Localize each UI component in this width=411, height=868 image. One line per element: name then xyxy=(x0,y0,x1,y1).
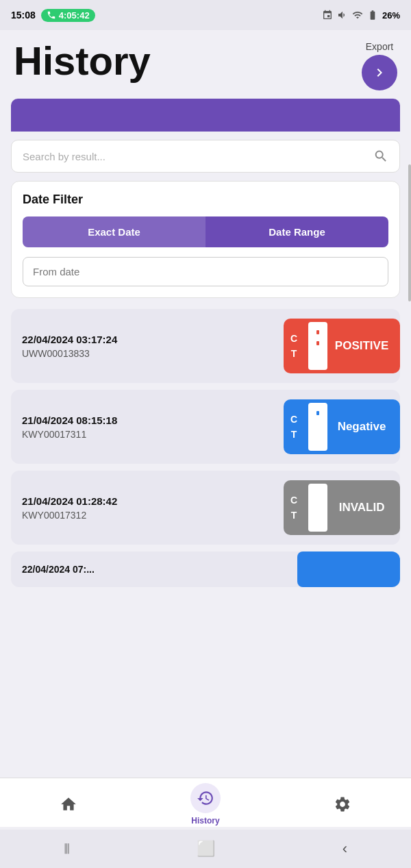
strip-positive xyxy=(308,322,327,370)
status-time: 15:08 xyxy=(11,10,36,21)
result-info-2: 21/04/2024 08:15:18 KWY00017311 xyxy=(22,414,117,440)
strip-invalid xyxy=(308,484,327,532)
date-toggle: Exact Date Date Range xyxy=(23,216,388,247)
nav-home[interactable] xyxy=(53,789,84,819)
result-datetime-2: 21/04/2024 08:15:18 xyxy=(22,414,117,426)
bottom-nav: History xyxy=(0,778,411,827)
export-button[interactable] xyxy=(362,55,397,90)
result-badge-negative: C T Negative xyxy=(284,399,400,454)
result-code-2: KWY00017311 xyxy=(22,429,117,440)
badge-ct-2: C T xyxy=(284,399,304,454)
home-icon xyxy=(60,795,77,813)
badge-label-invalid: INVALID xyxy=(332,501,400,514)
purple-banner xyxy=(11,99,400,132)
date-range-button[interactable]: Date Range xyxy=(206,216,388,247)
history-icon-wrap xyxy=(190,783,221,813)
result-card-3[interactable]: 21/04/2024 01:28:42 KWY00017312 C T INVA… xyxy=(11,471,400,545)
badge-ct-3: C T xyxy=(284,480,304,535)
call-duration: 4:05:42 xyxy=(59,10,90,21)
call-badge: 4:05:42 xyxy=(41,9,95,22)
partial-datetime: 22/04/2024 07:... xyxy=(11,564,297,575)
battery-level: 26% xyxy=(382,10,400,21)
date-filter-title: Date Filter xyxy=(23,193,388,207)
settings-icon xyxy=(334,795,351,813)
android-nav-bar: ⦀ ⬜ ‹ xyxy=(0,830,411,868)
badge-label-negative: Negative xyxy=(332,420,400,434)
status-bar: 15:08 4:05:42 26% xyxy=(0,0,411,30)
settings-icon-wrap xyxy=(327,789,358,819)
from-date-input[interactable] xyxy=(23,257,388,286)
header: History Export xyxy=(0,30,411,99)
result-code-3: KWY00017312 xyxy=(22,510,117,521)
exact-date-button[interactable]: Exact Date xyxy=(23,216,206,247)
partial-card: 22/04/2024 07:... xyxy=(11,551,400,587)
result-code-1: UWW00013833 xyxy=(22,348,117,359)
android-recent-button[interactable]: ⦀ xyxy=(64,840,70,858)
result-badge-invalid: C T INVALID xyxy=(284,480,400,535)
nav-history-label: History xyxy=(191,816,219,826)
export-label: Export xyxy=(366,41,393,52)
badge-ct-1: C T xyxy=(284,319,304,373)
scroll-indicator[interactable] xyxy=(408,164,411,301)
strip-negative xyxy=(308,403,327,451)
android-back-button[interactable]: ‹ xyxy=(342,840,347,858)
result-card-2[interactable]: 21/04/2024 08:15:18 KWY00017311 C T Nega… xyxy=(11,390,400,464)
result-datetime-1: 22/04/2024 03:17:24 xyxy=(22,334,117,345)
history-icon xyxy=(197,789,214,807)
badge-label-positive: POSITIVE xyxy=(332,339,400,353)
result-badge-positive: C T POSITIVE xyxy=(284,319,400,373)
search-placeholder: Search by result... xyxy=(23,151,105,162)
result-datetime-3: 21/04/2024 01:28:42 xyxy=(22,495,117,507)
search-bar[interactable]: Search by result... xyxy=(11,140,400,173)
result-info-3: 21/04/2024 01:28:42 KWY00017312 xyxy=(22,495,117,521)
nav-settings[interactable] xyxy=(327,789,358,819)
nav-history[interactable]: History xyxy=(190,783,221,826)
result-info-1: 22/04/2024 03:17:24 UWW00013833 xyxy=(22,334,117,359)
partial-badge xyxy=(297,551,400,587)
search-icon[interactable] xyxy=(373,149,388,164)
page-title: History xyxy=(14,41,151,81)
result-card-1[interactable]: 22/04/2024 03:17:24 UWW00013833 C T POSI… xyxy=(11,309,400,383)
android-home-button[interactable]: ⬜ xyxy=(197,840,215,858)
home-icon-wrap xyxy=(53,789,84,819)
status-icons: 26% xyxy=(322,10,400,21)
results-list: 22/04/2024 03:17:24 UWW00013833 C T POSI… xyxy=(0,309,411,545)
date-filter-card: Date Filter Exact Date Date Range xyxy=(11,181,400,298)
